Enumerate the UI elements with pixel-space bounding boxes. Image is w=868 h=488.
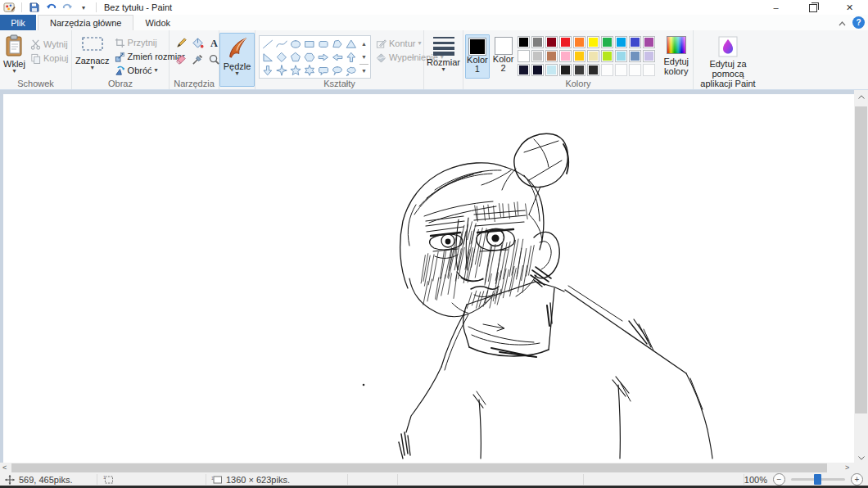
brushes-dropdown-caret[interactable]: ▾	[236, 71, 239, 76]
shape-triangle-icon[interactable]	[345, 38, 358, 50]
palette-color-swatch[interactable]	[518, 50, 530, 62]
palette-color-swatch[interactable]	[629, 36, 641, 48]
palette-color-swatch[interactable]	[601, 36, 613, 48]
palette-color-swatch[interactable]	[587, 50, 599, 62]
zoom-in-button[interactable]: +	[851, 473, 863, 486]
palette-color-swatch[interactable]	[573, 36, 585, 48]
palette-color-swatch[interactable]	[545, 64, 558, 76]
shape-four-point-star-icon[interactable]	[275, 64, 288, 76]
color2-button[interactable]: Kolor 2	[491, 34, 516, 79]
shape-oval-callout-icon[interactable]	[331, 64, 344, 76]
size-dropdown-caret[interactable]: ▾	[442, 67, 445, 72]
palette-empty-swatch[interactable]	[629, 64, 641, 76]
shape-diamond-icon[interactable]	[275, 51, 288, 63]
status-bar: 569, 465piks. 1 1 1360 × 623piks. 100% −…	[0, 473, 868, 486]
shape-polygon-icon[interactable]	[331, 38, 344, 50]
palette-color-swatch[interactable]	[643, 36, 655, 48]
shape-pentagon-icon[interactable]	[289, 51, 302, 63]
palette-color-swatch[interactable]	[518, 36, 530, 48]
vertical-scroll-thumb[interactable]	[855, 106, 867, 413]
shape-five-point-star-icon[interactable]	[289, 64, 302, 76]
palette-color-swatch[interactable]	[587, 36, 599, 48]
minimize-button[interactable]: –	[757, 0, 794, 15]
paste-button[interactable]: Wklej ▾	[0, 33, 29, 74]
brushes-button[interactable]: Pędzle ▾	[219, 33, 255, 87]
color-picker-tool-icon[interactable]	[191, 52, 205, 66]
save-button[interactable]	[28, 1, 41, 14]
palette-empty-swatch[interactable]	[615, 64, 627, 76]
palette-color-swatch[interactable]	[531, 36, 544, 48]
palette-color-swatch[interactable]	[531, 50, 544, 62]
scroll-up-icon[interactable]	[858, 92, 865, 102]
zoom-slider-thumb[interactable]	[814, 474, 821, 485]
palette-empty-swatch[interactable]	[643, 64, 655, 76]
shape-arrow-right-icon[interactable]	[317, 51, 330, 63]
palette-color-swatch[interactable]	[601, 50, 613, 62]
palette-color-swatch[interactable]	[615, 36, 627, 48]
shape-arrow-left-icon[interactable]	[331, 51, 344, 63]
shapes-scroll-up-button[interactable]: ▲	[359, 38, 368, 49]
scroll-right-icon[interactable]: >	[845, 463, 849, 473]
scroll-left-icon[interactable]: <	[2, 463, 7, 473]
palette-color-swatch[interactable]	[545, 50, 558, 62]
shape-six-point-star-icon[interactable]	[303, 64, 316, 76]
palette-color-swatch[interactable]	[518, 64, 530, 76]
palette-color-swatch[interactable]	[615, 50, 627, 62]
shape-line-icon[interactable]	[261, 38, 274, 50]
shape-arrow-up-icon[interactable]	[345, 51, 358, 63]
pencil-tool-icon[interactable]	[174, 36, 188, 50]
palette-color-swatch[interactable]	[587, 64, 599, 76]
tab-home[interactable]: Narzędzia główne	[38, 15, 133, 30]
restore-button[interactable]	[794, 0, 831, 15]
shape-rounded-callout-icon[interactable]	[317, 64, 330, 76]
shape-hexagon-icon[interactable]	[303, 51, 316, 63]
cursor-position-icon	[5, 475, 15, 485]
palette-color-swatch[interactable]	[629, 50, 641, 62]
palette-color-swatch[interactable]	[559, 64, 572, 76]
palette-color-swatch[interactable]	[531, 64, 544, 76]
help-icon[interactable]: ?	[852, 16, 865, 29]
palette-color-swatch[interactable]	[545, 36, 558, 48]
shapes-scroll-down-button[interactable]: ▼	[359, 51, 368, 62]
redo-button[interactable]	[61, 1, 74, 14]
palette-color-swatch[interactable]	[573, 64, 585, 76]
cut-button[interactable]: Wytnij	[30, 38, 69, 51]
horizontal-scroll-thumb[interactable]	[11, 463, 827, 472]
drawing-canvas[interactable]	[3, 94, 854, 463]
palette-color-swatch[interactable]	[559, 50, 572, 62]
shape-cloud-callout-icon[interactable]	[345, 64, 358, 76]
palette-color-swatch[interactable]	[573, 50, 585, 62]
undo-button[interactable]	[44, 1, 57, 14]
fill-tool-icon[interactable]	[191, 36, 205, 50]
paste-dropdown-caret[interactable]: ▾	[12, 69, 16, 74]
close-button[interactable]: ✕	[831, 0, 868, 15]
minimize-ribbon-icon[interactable]	[839, 18, 846, 28]
horizontal-scrollbar[interactable]: < >	[0, 463, 854, 473]
palette-color-swatch[interactable]	[559, 36, 572, 48]
size-button[interactable]: Rozmiar ▾	[423, 33, 463, 72]
select-button[interactable]: Zaznacz ▾	[72, 33, 113, 70]
shape-curve-icon[interactable]	[275, 38, 288, 50]
shape-rounded-rectangle-icon[interactable]	[317, 38, 330, 50]
shape-rectangle-icon[interactable]	[303, 38, 316, 50]
shapes-more-button[interactable]: ▼	[359, 64, 368, 76]
shape-right-triangle-icon[interactable]	[261, 51, 274, 63]
vertical-scrollbar[interactable]	[854, 90, 868, 463]
edit-colors-button[interactable]: Edytuj kolory	[661, 36, 691, 76]
palette-empty-swatch[interactable]	[601, 64, 613, 76]
tab-file[interactable]: Plik	[0, 15, 36, 30]
copy-button[interactable]: Kopiuj	[30, 52, 69, 65]
select-dropdown-caret[interactable]: ▾	[91, 66, 94, 70]
zoom-out-button[interactable]: −	[773, 473, 785, 486]
palette-color-swatch[interactable]	[643, 50, 655, 62]
shape-arrow-down-icon[interactable]	[261, 64, 274, 76]
zoom-slider[interactable]	[791, 478, 845, 481]
color1-button[interactable]: Kolor 1	[465, 34, 490, 79]
outline-dropdown-caret[interactable]: ▾	[418, 41, 421, 46]
paint3d-button[interactable]: Edytuj za pomocą aplikacji Paint 3D	[696, 36, 760, 98]
shape-ellipse-icon[interactable]	[289, 38, 302, 50]
tab-view[interactable]: Widok	[133, 15, 182, 30]
rotate-dropdown-caret[interactable]: ▾	[155, 68, 158, 73]
eraser-tool-icon[interactable]	[174, 52, 188, 66]
qat-customize-dropdown[interactable]: ▾	[77, 1, 90, 14]
